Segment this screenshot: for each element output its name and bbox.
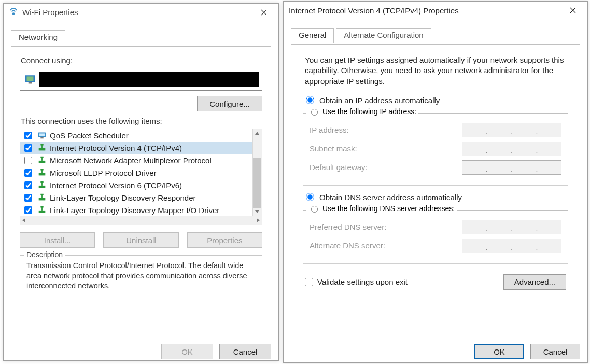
adapter-display [20, 68, 262, 91]
item-checkbox[interactable] [24, 144, 32, 152]
item-checkbox[interactable] [24, 157, 32, 164]
radio-use-ip[interactable] [311, 109, 318, 116]
svg-rect-23 [40, 206, 43, 208]
wifi-tabbody: Connect using: Configure... This connect… [11, 46, 271, 334]
scroll-right-icon[interactable] [256, 216, 261, 225]
uninstall-button[interactable]: Uninstall [103, 232, 178, 248]
item-label: Internet Protocol Version 4 (TCP/IPv4) [50, 144, 182, 152]
wifi-tabstrip: Networking [11, 30, 271, 46]
radio-obtain-dns[interactable] [306, 193, 314, 201]
ok-button[interactable]: OK [161, 344, 213, 359]
list-item[interactable]: Microsoft LLDP Protocol Driver [20, 166, 252, 179]
scroll-thumb[interactable] [253, 158, 261, 208]
proto-icon [37, 168, 47, 177]
svg-rect-6 [39, 148, 46, 151]
dns-server-group: Use the following DNS server addresses: … [303, 210, 568, 264]
item-checkbox[interactable] [24, 194, 32, 202]
input-subnet-mask[interactable]: ... [462, 142, 561, 156]
proto-icon [37, 180, 47, 190]
qos-icon [37, 131, 47, 140]
proto-icon [37, 143, 47, 152]
label-ip-address: IP address: [310, 125, 462, 134]
checkbox-validate-settings[interactable] [305, 278, 313, 286]
ok-button[interactable]: OK [474, 344, 524, 359]
validate-settings-label: Validate settings upon exit [317, 277, 408, 286]
svg-rect-18 [39, 198, 46, 201]
horizontal-scrollbar[interactable] [20, 216, 262, 225]
scroll-up-icon[interactable] [253, 129, 261, 137]
items-label: This connection uses the following items… [21, 117, 261, 125]
item-label: QoS Packet Scheduler [50, 131, 129, 140]
svg-rect-14 [40, 169, 43, 171]
radio-use-dns[interactable] [311, 206, 318, 213]
wifi-adapter-icon [9, 7, 18, 18]
svg-rect-1 [27, 77, 34, 81]
tab-general[interactable]: General [291, 28, 334, 43]
label-subnet-mask: Subnet mask: [310, 144, 462, 153]
input-preferred-dns[interactable]: ... [462, 220, 561, 234]
svg-rect-17 [40, 181, 43, 183]
radio-use-dns-label: Use the following DNS server addresses: [322, 204, 455, 213]
svg-rect-9 [39, 161, 46, 163]
ipv4-tabbody: You can get IP settings assigned automat… [291, 44, 580, 334]
item-label: Link-Layer Topology Discovery Responder [50, 193, 196, 202]
item-label: Microsoft Network Adapter Multiplexor Pr… [50, 156, 212, 165]
ipv4-titlebar: Internet Protocol Version 4 (TCP/IPv4) P… [284, 2, 587, 19]
ipv4-info-text: You can get IP settings assigned automat… [305, 55, 566, 87]
item-checkbox[interactable] [24, 169, 32, 177]
list-item[interactable]: Internet Protocol Version 4 (TCP/IPv4) [20, 142, 252, 154]
wifi-properties-dialog: Wi-Fi Properties Networking Connect usin… [3, 3, 279, 361]
svg-rect-4 [39, 133, 45, 136]
proto-icon [37, 205, 47, 215]
radio-use-ip-label: Use the following IP address: [322, 107, 416, 116]
vertical-scrollbar[interactable] [252, 129, 262, 216]
label-default-gateway: Default gateway: [310, 163, 462, 172]
ipv4-properties-dialog: Internet Protocol Version 4 (TCP/IPv4) P… [283, 1, 588, 363]
proto-icon [37, 156, 47, 165]
description-legend: Description [24, 250, 65, 259]
item-checkbox[interactable] [24, 132, 32, 139]
svg-rect-2 [29, 82, 32, 83]
network-adapter-icon [23, 74, 37, 85]
properties-button[interactable]: Properties [187, 232, 262, 248]
close-icon[interactable] [561, 3, 584, 18]
connect-using-label: Connect using: [21, 56, 261, 65]
input-alternate-dns[interactable]: ... [462, 239, 561, 253]
svg-rect-21 [39, 211, 46, 213]
cancel-button[interactable]: Cancel [530, 344, 580, 359]
radio-obtain-dns-label: Obtain DNS server address automatically [319, 193, 462, 202]
proto-icon [37, 193, 47, 202]
ipv4-tabstrip: General Alternate Configuration [291, 27, 580, 44]
cancel-button[interactable]: Cancel [219, 344, 271, 359]
configure-button[interactable]: Configure... [197, 96, 262, 111]
list-item[interactable]: Link-Layer Topology Discovery Responder [20, 191, 252, 204]
radio-obtain-ip-label: Obtain an IP address automatically [319, 96, 440, 105]
list-item[interactable]: Microsoft Network Adapter Multiplexor Pr… [20, 154, 252, 166]
scroll-left-icon[interactable] [21, 216, 26, 225]
close-icon[interactable] [252, 5, 275, 20]
wifi-titlebar: Wi-Fi Properties [4, 4, 278, 21]
input-default-gateway[interactable]: ... [462, 160, 561, 175]
list-item[interactable]: Internet Protocol Version 6 (TCP/IPv6) [20, 179, 252, 191]
input-ip-address[interactable]: ... [462, 123, 561, 137]
advanced-button[interactable]: Advanced... [503, 274, 566, 290]
install-button[interactable]: Install... [20, 232, 95, 248]
list-item[interactable]: QoS Packet Scheduler [20, 129, 252, 142]
tab-networking[interactable]: Networking [11, 30, 65, 45]
radio-obtain-ip[interactable] [306, 96, 314, 104]
item-label: Microsoft LLDP Protocol Driver [50, 169, 157, 177]
ip-address-group: Use the following IP address: IP address… [303, 113, 568, 186]
item-checkbox[interactable] [24, 206, 32, 214]
scroll-down-icon[interactable] [253, 207, 261, 216]
label-preferred-dns: Preferred DNS server: [310, 222, 462, 231]
label-alternate-dns: Alternate DNS server: [310, 241, 462, 250]
wifi-title: Wi-Fi Properties [22, 8, 252, 17]
svg-rect-5 [40, 137, 43, 139]
ipv4-title: Internet Protocol Version 4 (TCP/IPv4) P… [289, 6, 561, 15]
list-item[interactable]: Link-Layer Topology Discovery Mapper I/O… [20, 204, 252, 216]
tab-alternate-configuration[interactable]: Alternate Configuration [336, 28, 431, 43]
item-checkbox[interactable] [24, 181, 32, 189]
items-listbox[interactable]: QoS Packet SchedulerInternet Protocol Ve… [20, 129, 262, 225]
adapter-name-redacted [39, 72, 259, 87]
item-label: Link-Layer Topology Discovery Mapper I/O… [50, 206, 219, 215]
